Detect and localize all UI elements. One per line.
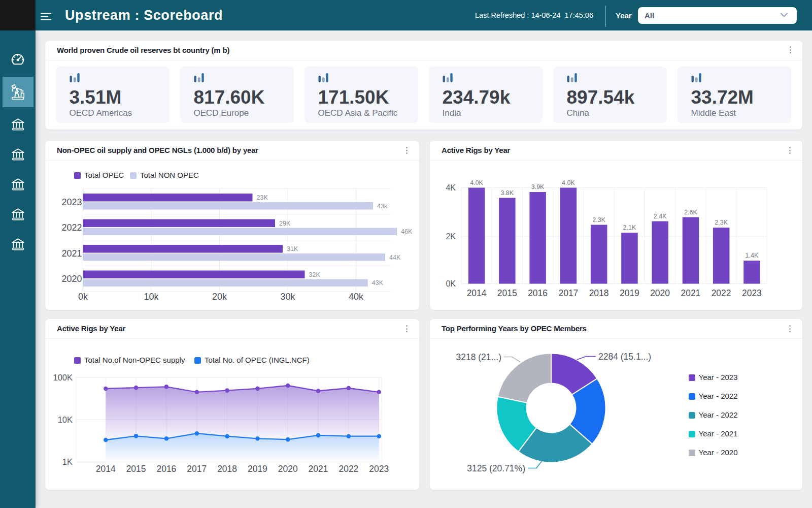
- svg-text:4.0K: 4.0K: [470, 179, 483, 186]
- svg-text:2023: 2023: [742, 288, 762, 298]
- svg-text:43k: 43k: [377, 203, 388, 210]
- svg-text:2017: 2017: [187, 464, 207, 474]
- svg-text:2014: 2014: [96, 464, 116, 474]
- svg-text:31K: 31K: [287, 245, 298, 252]
- svg-text:0K: 0K: [446, 279, 456, 288]
- svg-text:3.8K: 3.8K: [500, 189, 514, 197]
- svg-text:23K: 23K: [257, 194, 268, 201]
- svg-text:2022: 2022: [339, 464, 358, 474]
- svg-text:1.4K: 1.4K: [746, 252, 759, 259]
- svg-text:2014: 2014: [467, 288, 487, 298]
- svg-text:2018: 2018: [589, 288, 609, 298]
- svg-text:2015: 2015: [126, 464, 146, 474]
- svg-text:2021: 2021: [61, 248, 82, 259]
- svg-text:2019: 2019: [620, 288, 639, 298]
- svg-text:3125 (20.71%): 3125 (20.71%): [467, 463, 525, 473]
- svg-text:2.6K: 2.6K: [684, 209, 697, 216]
- svg-text:10k: 10k: [144, 292, 159, 302]
- svg-text:20k: 20k: [212, 292, 227, 302]
- svg-text:2.3K: 2.3K: [715, 219, 728, 226]
- svg-text:2021: 2021: [309, 464, 328, 474]
- svg-text:2022: 2022: [712, 288, 731, 298]
- svg-text:30k: 30k: [280, 292, 295, 302]
- svg-text:3.9K: 3.9K: [531, 183, 545, 190]
- svg-text:40k: 40k: [349, 292, 364, 302]
- svg-text:32K: 32K: [309, 271, 321, 278]
- svg-text:2021: 2021: [681, 288, 700, 298]
- svg-text:2022: 2022: [61, 223, 82, 233]
- svg-text:2023: 2023: [61, 197, 82, 207]
- svg-text:2019: 2019: [248, 464, 267, 474]
- svg-text:2017: 2017: [558, 288, 578, 298]
- svg-text:2.3K: 2.3K: [592, 216, 605, 224]
- svg-text:10K: 10K: [58, 415, 73, 424]
- svg-text:100K: 100K: [53, 373, 73, 382]
- svg-text:2023: 2023: [369, 464, 389, 474]
- svg-text:2016: 2016: [528, 288, 548, 298]
- svg-text:44K: 44K: [389, 254, 401, 261]
- svg-text:46K: 46K: [401, 228, 413, 235]
- svg-text:2018: 2018: [217, 464, 237, 474]
- svg-text:2284 (15.1...): 2284 (15.1...): [598, 352, 651, 362]
- svg-text:43K: 43K: [372, 279, 384, 287]
- svg-text:2020: 2020: [61, 274, 82, 284]
- svg-text:1K: 1K: [62, 457, 73, 466]
- svg-text:2K: 2K: [446, 232, 456, 241]
- svg-text:4K: 4K: [446, 183, 456, 192]
- svg-text:2020: 2020: [278, 464, 298, 474]
- svg-text:2020: 2020: [650, 288, 670, 298]
- svg-text:2.4K: 2.4K: [654, 213, 667, 220]
- svg-text:2015: 2015: [497, 288, 517, 298]
- svg-text:2.1K: 2.1K: [623, 224, 636, 231]
- svg-text:29K: 29K: [279, 220, 291, 227]
- svg-text:3218 (21...): 3218 (21...): [456, 352, 502, 362]
- svg-text:4.0K: 4.0K: [562, 179, 575, 186]
- svg-text:0k: 0k: [78, 292, 88, 302]
- svg-text:2016: 2016: [156, 464, 176, 474]
